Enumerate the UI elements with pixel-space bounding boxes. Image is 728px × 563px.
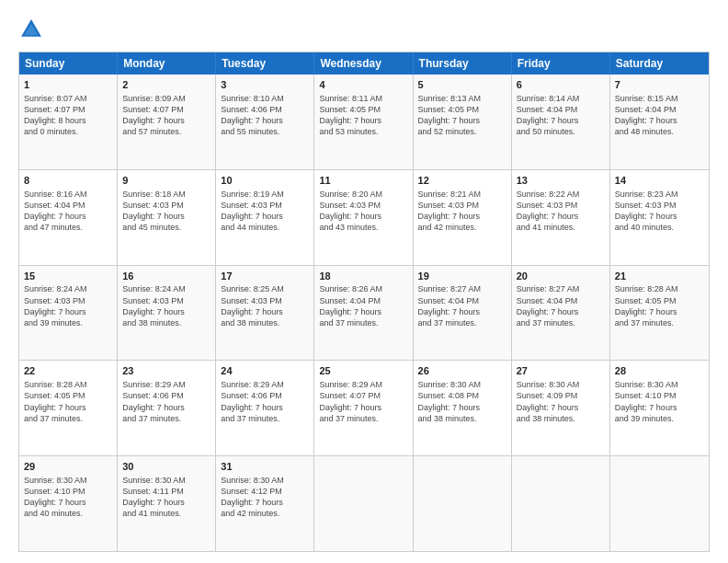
day-number: 1 [24,78,112,92]
calendar-cell: 20Sunrise: 8:27 AMSunset: 4:04 PMDayligh… [512,266,610,361]
day-number: 28 [615,364,704,378]
day-number: 31 [221,460,309,474]
day-number: 9 [122,174,210,188]
calendar-cell: 7Sunrise: 8:15 AMSunset: 4:04 PMDaylight… [610,75,709,169]
logo-icon [18,17,44,42]
cell-info: Sunrise: 8:30 AMSunset: 4:12 PMDaylight:… [221,475,309,520]
calendar-cell: 28Sunrise: 8:30 AMSunset: 4:10 PMDayligh… [610,361,709,455]
cell-info: Sunrise: 8:30 AMSunset: 4:10 PMDaylight:… [615,379,704,424]
cell-info: Sunrise: 8:30 AMSunset: 4:11 PMDaylight:… [122,475,210,520]
cell-info: Sunrise: 8:24 AMSunset: 4:03 PMDaylight:… [24,283,112,328]
calendar-cell: 8Sunrise: 8:16 AMSunset: 4:04 PMDaylight… [19,170,118,265]
calendar-cell: 9Sunrise: 8:18 AMSunset: 4:03 PMDaylight… [118,170,216,265]
day-number: 22 [24,364,112,378]
calendar-header-cell: Monday [118,52,216,75]
calendar-row: 29Sunrise: 8:30 AMSunset: 4:10 PMDayligh… [19,455,709,551]
calendar-row: 8Sunrise: 8:16 AMSunset: 4:04 PMDaylight… [19,169,709,265]
calendar-cell: 1Sunrise: 8:07 AMSunset: 4:07 PMDaylight… [19,75,118,169]
calendar-cell [610,456,709,551]
day-number: 24 [221,364,309,378]
cell-info: Sunrise: 8:20 AMSunset: 4:03 PMDaylight:… [319,189,407,234]
day-number: 8 [24,174,112,188]
day-number: 15 [24,270,112,283]
calendar-cell: 6Sunrise: 8:14 AMSunset: 4:04 PMDaylight… [512,75,610,169]
calendar-row: 15Sunrise: 8:24 AMSunset: 4:03 PMDayligh… [19,265,709,361]
day-number: 25 [319,364,407,378]
day-number: 11 [319,174,407,188]
calendar-cell: 10Sunrise: 8:19 AMSunset: 4:03 PMDayligh… [216,170,314,265]
calendar-row: 22Sunrise: 8:28 AMSunset: 4:05 PMDayligh… [19,360,709,455]
cell-info: Sunrise: 8:10 AMSunset: 4:06 PMDaylight:… [221,93,309,138]
cell-info: Sunrise: 8:07 AMSunset: 4:07 PMDaylight:… [24,93,112,138]
calendar-cell: 14Sunrise: 8:23 AMSunset: 4:03 PMDayligh… [610,170,709,265]
calendar-cell: 21Sunrise: 8:28 AMSunset: 4:05 PMDayligh… [610,266,709,361]
calendar-cell: 18Sunrise: 8:26 AMSunset: 4:04 PMDayligh… [314,266,413,361]
calendar-cell: 15Sunrise: 8:24 AMSunset: 4:03 PMDayligh… [19,266,118,361]
day-number: 23 [122,364,210,378]
cell-info: Sunrise: 8:27 AMSunset: 4:04 PMDaylight:… [517,283,605,328]
calendar-cell: 4Sunrise: 8:11 AMSunset: 4:05 PMDaylight… [314,75,413,169]
day-number: 30 [122,460,210,474]
day-number: 5 [418,78,506,92]
calendar-cell: 29Sunrise: 8:30 AMSunset: 4:10 PMDayligh… [19,456,118,551]
cell-info: Sunrise: 8:09 AMSunset: 4:07 PMDaylight:… [122,93,210,138]
cell-info: Sunrise: 8:21 AMSunset: 4:03 PMDaylight:… [418,189,506,234]
day-number: 4 [319,78,407,92]
day-number: 27 [517,364,605,378]
day-number: 29 [24,460,112,474]
calendar-header-cell: Wednesday [314,52,413,75]
calendar-cell: 26Sunrise: 8:30 AMSunset: 4:08 PMDayligh… [414,361,512,455]
cell-info: Sunrise: 8:27 AMSunset: 4:04 PMDaylight:… [418,283,506,328]
cell-info: Sunrise: 8:14 AMSunset: 4:04 PMDaylight:… [517,93,605,138]
calendar-cell: 5Sunrise: 8:13 AMSunset: 4:05 PMDaylight… [414,75,512,169]
cell-info: Sunrise: 8:26 AMSunset: 4:04 PMDaylight:… [319,283,407,328]
page-header [18,17,710,42]
cell-info: Sunrise: 8:29 AMSunset: 4:07 PMDaylight:… [319,379,407,424]
day-number: 13 [517,174,605,188]
calendar-cell: 16Sunrise: 8:24 AMSunset: 4:03 PMDayligh… [118,266,216,361]
calendar-cell: 13Sunrise: 8:22 AMSunset: 4:03 PMDayligh… [512,170,610,265]
calendar-body: 1Sunrise: 8:07 AMSunset: 4:07 PMDaylight… [19,75,709,551]
cell-info: Sunrise: 8:23 AMSunset: 4:03 PMDaylight:… [615,189,704,234]
cell-info: Sunrise: 8:29 AMSunset: 4:06 PMDaylight:… [221,379,309,424]
calendar: SundayMondayTuesdayWednesdayThursdayFrid… [18,52,710,552]
day-number: 20 [517,270,605,283]
calendar-cell: 22Sunrise: 8:28 AMSunset: 4:05 PMDayligh… [19,361,118,455]
calendar-header-cell: Tuesday [216,52,314,75]
day-number: 6 [517,78,605,92]
calendar-cell: 3Sunrise: 8:10 AMSunset: 4:06 PMDaylight… [216,75,314,169]
day-number: 3 [221,78,309,92]
cell-info: Sunrise: 8:25 AMSunset: 4:03 PMDaylight:… [221,283,309,328]
calendar-cell: 17Sunrise: 8:25 AMSunset: 4:03 PMDayligh… [216,266,314,361]
cell-info: Sunrise: 8:15 AMSunset: 4:04 PMDaylight:… [615,93,704,138]
day-number: 18 [319,270,407,283]
calendar-header-cell: Friday [512,52,610,75]
calendar-row: 1Sunrise: 8:07 AMSunset: 4:07 PMDaylight… [19,75,709,169]
cell-info: Sunrise: 8:19 AMSunset: 4:03 PMDaylight:… [221,189,309,234]
cell-info: Sunrise: 8:22 AMSunset: 4:03 PMDaylight:… [517,189,605,234]
calendar-cell [314,456,413,551]
day-number: 21 [615,270,704,283]
cell-info: Sunrise: 8:11 AMSunset: 4:05 PMDaylight:… [319,93,407,138]
calendar-cell [512,456,610,551]
calendar-header-row: SundayMondayTuesdayWednesdayThursdayFrid… [19,52,709,75]
cell-info: Sunrise: 8:28 AMSunset: 4:05 PMDaylight:… [24,379,112,424]
day-number: 10 [221,174,309,188]
calendar-header-cell: Saturday [610,52,709,75]
day-number: 2 [122,78,210,92]
day-number: 7 [615,78,704,92]
calendar-header-cell: Sunday [19,52,118,75]
calendar-cell: 19Sunrise: 8:27 AMSunset: 4:04 PMDayligh… [414,266,512,361]
cell-info: Sunrise: 8:29 AMSunset: 4:06 PMDaylight:… [122,379,210,424]
calendar-cell: 11Sunrise: 8:20 AMSunset: 4:03 PMDayligh… [314,170,413,265]
cell-info: Sunrise: 8:28 AMSunset: 4:05 PMDaylight:… [615,283,704,328]
cell-info: Sunrise: 8:30 AMSunset: 4:09 PMDaylight:… [517,379,605,424]
cell-info: Sunrise: 8:16 AMSunset: 4:04 PMDaylight:… [24,189,112,234]
cell-info: Sunrise: 8:18 AMSunset: 4:03 PMDaylight:… [122,189,210,234]
day-number: 14 [615,174,704,188]
logo [18,17,48,42]
day-number: 17 [221,270,309,283]
calendar-header-cell: Thursday [414,52,512,75]
calendar-cell: 23Sunrise: 8:29 AMSunset: 4:06 PMDayligh… [118,361,216,455]
cell-info: Sunrise: 8:24 AMSunset: 4:03 PMDaylight:… [122,283,210,328]
